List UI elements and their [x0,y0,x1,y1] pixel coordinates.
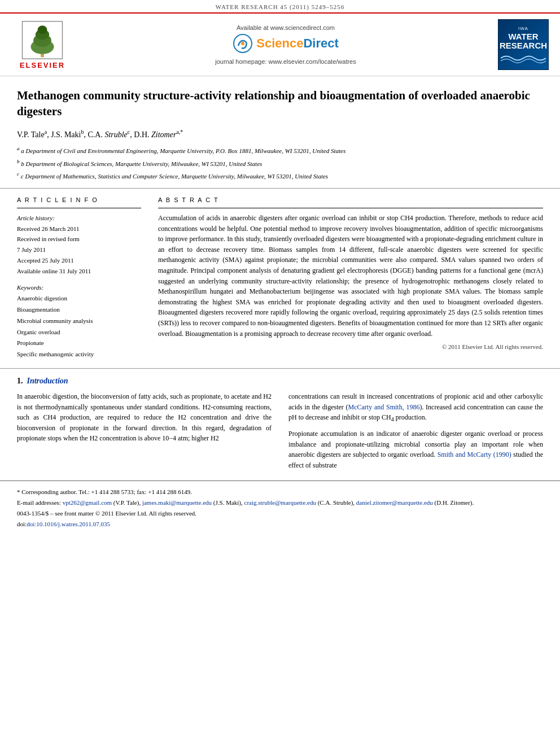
history-label: Article history: [17,213,141,224]
keywords-section: Keywords: Anaerobic digestion Bioaugment… [17,284,141,360]
elsevier-label: ELSEVIER [20,61,65,69]
received-date: Received 26 March 2011 [17,224,141,234]
article-history: Article history: Received 26 March 2011 … [17,213,141,276]
wr-wave-icon [501,53,546,64]
revised-date: 7 July 2011 [17,244,141,255]
authors-line: V.P. Talea, J.S. Makib, C.A. Strublec, D… [17,129,543,139]
keyword-3: Microbial community analysis [17,316,141,327]
journal-header: WATER RESEARCH 45 (2011) 5249–5256 [0,0,560,14]
paper-section: Methanogen community structure-activity … [0,76,560,189]
abstract-label: A B S T R A C T [158,196,543,203]
intro-body-right: concentrations can result in increased c… [288,391,543,470]
introduction-section: 1. Introduction In anaerobic digestion, … [0,369,560,480]
svg-point-7 [241,42,244,45]
revised-label: Received in revised form [17,234,141,244]
affiliations: a a Department of Civil and Environmenta… [17,145,543,181]
email-note: E-mail addresses: vpt262@gmail.com (V.P.… [17,497,543,508]
center-logo: Available at www.sciencedirect.com Scien… [73,24,498,65]
abstract-paragraph: Accumulation of acids in anaerobic diges… [158,213,543,339]
section-title: Introduction [27,377,68,385]
wr-badge-main: WATERRESEARCH [500,32,547,51]
intro-para-3: Propionate accumulation is an indicator … [288,429,543,470]
keyword-6: Specific methanogenic activity [17,349,141,360]
intro-two-col: In anaerobic digestion, the bioconversio… [17,391,543,475]
intro-para-1: In anaerobic digestion, the bioconversio… [17,391,272,444]
water-research-badge: IWA WATERRESEARCH [498,19,549,70]
paper-title: Methanogen community structure-activity … [17,88,543,120]
journal-citation: WATER RESEARCH 45 (2011) 5249–5256 [216,3,345,10]
corresponding-note: * Corresponding author. Tel.: +1 414 288… [17,487,543,497]
svg-point-4 [38,25,47,34]
affil-line-b: b b Department of Biological Sciences, M… [17,158,543,169]
elsevier-tree-icon [20,20,65,60]
email-zitomer[interactable]: daniel.zitomer@marquette.edu [356,499,433,506]
intro-para-2: concentrations can result in increased c… [288,391,543,424]
article-info-section: A R T I C L E I N F O Article history: R… [0,189,560,369]
divider [17,208,141,208]
elsevier-logo: ELSEVIER [11,20,73,69]
available-text: Available at www.sciencedirect.com [73,24,498,31]
doi-link[interactable]: doi:10.1016/j.watres.2011.07.035 [27,521,110,527]
section-number: 1. [17,377,23,385]
intro-left: In anaerobic digestion, the bioconversio… [17,391,272,475]
keywords-label: Keywords: [17,284,141,291]
accepted-date: Accepted 25 July 2011 [17,255,141,266]
sciencedirect-logo: ScienceDirect [233,33,339,54]
intro-right: concentrations can result in increased c… [288,391,543,475]
email-struble[interactable]: craig.struble@marquette.edu [244,499,316,506]
sciencedirect-icon [233,33,253,54]
email-tale[interactable]: vpt262@gmail.com [63,499,112,506]
keyword-2: Bioaugmentation [17,304,141,316]
online-date: Available online 31 July 2011 [17,266,141,277]
email-maki[interactable]: james.maki@marquette.edu [142,499,212,506]
keyword-4: Organic overload [17,327,141,338]
keyword-5: Propionate [17,338,141,349]
copyright-line: © 2011 Elsevier Ltd. All rights reserved… [158,343,543,350]
doi-note: doi:doi:10.1016/j.watres.2011.07.035 [17,519,543,530]
wr-badge-top: IWA [518,26,528,31]
keyword-1: Anaerobic digestion [17,293,141,304]
abstract-text: Accumulation of acids in anaerobic diges… [158,213,543,339]
issn-note: 0043-1354/$ – see front matter © 2011 El… [17,508,543,519]
intro-body-left: In anaerobic digestion, the bioconversio… [17,391,272,444]
abstract-divider [158,208,543,208]
intro-heading: 1. Introduction [17,377,543,386]
left-column: A R T I C L E I N F O Article history: R… [17,196,141,360]
footnotes: * Corresponding author. Tel.: +1 414 288… [0,480,560,532]
ref-smith: Smith and McCarty (1990) [438,451,511,458]
affil-line-a: a a Department of Civil and Environmenta… [17,145,543,156]
ref-mccarty: McCarty and Smith, 1986 [348,403,420,411]
right-column: A B S T R A C T Accumulation of acids in… [158,196,543,360]
journal-homepage: journal homepage: www.elsevier.com/locat… [73,58,498,65]
sciencedirect-text: ScienceDirect [256,36,339,51]
logo-bar: ELSEVIER Available at www.sciencedirect.… [0,14,560,76]
article-info-label: A R T I C L E I N F O [17,196,141,203]
affil-line-c: c c Department of Mathematics, Statistic… [17,170,543,181]
